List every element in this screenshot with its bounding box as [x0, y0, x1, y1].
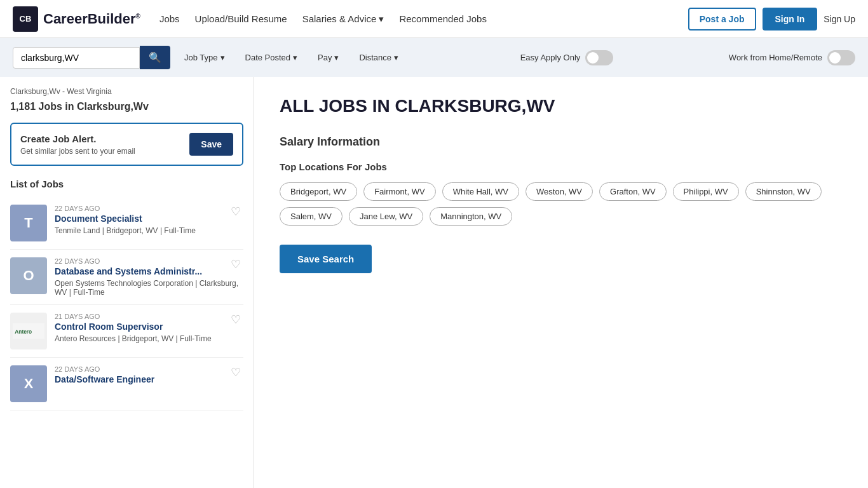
- search-button[interactable]: 🔍: [140, 46, 170, 69]
- list-item[interactable]: White Hall, WV: [442, 182, 519, 201]
- job-date: 21 DAYS AGO: [55, 313, 243, 320]
- job-meta: Antero Resources | Bridgeport, WV | Full…: [55, 334, 243, 343]
- logo-icon: CB: [13, 6, 38, 32]
- job-alert-text: Create Job Alert. Get similar jobs sent …: [20, 133, 135, 156]
- list-of-jobs-title: List of Jobs: [10, 179, 243, 189]
- easy-apply-toggle-group: Easy Apply Only: [520, 50, 614, 65]
- header-actions: Post a Job Sign In Sign Up: [688, 8, 855, 30]
- favorite-button[interactable]: ♡: [231, 205, 241, 219]
- main-content: ALL JOBS IN CLARKSBURG,WV Salary Informa…: [254, 77, 868, 488]
- list-item[interactable]: Bridgeport, WV: [280, 182, 357, 201]
- main-layout: Clarksburg,Wv - West Virginia 1,181 Jobs…: [0, 77, 868, 488]
- nav-upload-resume[interactable]: Upload/Build Resume: [195, 13, 287, 24]
- table-row[interactable]: X 22 DAYS AGO Data/Software Engineer ♡: [10, 358, 243, 410]
- job-info: 22 DAYS AGO Data/Software Engineer: [55, 365, 243, 387]
- table-row[interactable]: Antero 21 DAYS AGO Control Room Supervis…: [10, 305, 243, 358]
- nav: Jobs Upload/Build Resume Salaries & Advi…: [159, 13, 688, 25]
- nav-jobs[interactable]: Jobs: [159, 13, 180, 24]
- job-info: 22 DAYS AGO Database and Systems Adminis…: [55, 257, 243, 297]
- logo[interactable]: CB CareerBuilder®: [13, 6, 140, 32]
- job-logo: O: [10, 257, 47, 294]
- list-item[interactable]: Mannington, WV: [430, 207, 512, 226]
- job-title: Database and Systems Administr...: [55, 266, 243, 276]
- list-item[interactable]: Salem, WV: [280, 207, 342, 226]
- table-row[interactable]: O 22 DAYS AGO Database and Systems Admin…: [10, 250, 243, 305]
- work-from-home-toggle[interactable]: [827, 50, 855, 65]
- post-job-button[interactable]: Post a Job: [688, 8, 756, 30]
- save-search-button[interactable]: Save Search: [280, 245, 372, 273]
- list-item[interactable]: Philippi, WV: [673, 182, 739, 201]
- chevron-down-icon: ▾: [379, 13, 384, 25]
- favorite-button[interactable]: ♡: [231, 365, 241, 379]
- job-alert-subtitle: Get similar jobs sent to your email: [20, 147, 135, 156]
- job-alert-box: Create Job Alert. Get similar jobs sent …: [10, 123, 243, 166]
- save-alert-button[interactable]: Save: [189, 133, 233, 156]
- distance-filter[interactable]: Distance ▾: [353, 49, 405, 66]
- page-title: ALL JOBS IN CLARKSBURG,WV: [280, 96, 843, 116]
- search-input-wrap: 🔍: [13, 46, 170, 69]
- search-input[interactable]: [13, 47, 140, 69]
- job-date: 22 DAYS AGO: [55, 257, 243, 265]
- list-item[interactable]: Weston, WV: [526, 182, 593, 201]
- easy-apply-label: Easy Apply Only: [520, 53, 581, 62]
- work-from-home-label: Work from Home/Remote: [729, 53, 822, 62]
- job-logo: T: [10, 205, 47, 241]
- job-alert-title: Create Job Alert.: [20, 133, 135, 144]
- chevron-down-icon: ▾: [220, 53, 225, 62]
- chevron-down-icon: ▾: [394, 53, 398, 62]
- job-logo: Antero: [10, 313, 47, 349]
- list-item[interactable]: Shinnston, WV: [745, 182, 822, 201]
- favorite-button[interactable]: ♡: [231, 257, 241, 271]
- job-info: 21 DAYS AGO Control Room Supervisor Ante…: [55, 313, 243, 343]
- job-logo: X: [10, 365, 47, 402]
- location-tags: Bridgeport, WV Fairmont, WV White Hall, …: [280, 182, 843, 226]
- job-type-filter[interactable]: Job Type ▾: [178, 49, 231, 66]
- nav-recommended-jobs[interactable]: Recommended Jobs: [399, 13, 487, 24]
- easy-apply-toggle[interactable]: [585, 50, 613, 65]
- sign-in-button[interactable]: Sign In: [763, 8, 818, 30]
- nav-salaries-advice[interactable]: Salaries & Advice ▾: [302, 13, 384, 25]
- sidebar: Clarksburg,Wv - West Virginia 1,181 Jobs…: [0, 77, 254, 488]
- logo-text: CareerBuilder®: [43, 11, 140, 27]
- job-date: 22 DAYS AGO: [55, 365, 243, 373]
- svg-text:Antero: Antero: [15, 329, 32, 335]
- jobs-count: 1,181 Jobs in Clarksburg,Wv: [10, 101, 243, 112]
- favorite-button[interactable]: ♡: [231, 313, 241, 327]
- job-meta: Open Systems Technologies Corporation | …: [55, 279, 243, 297]
- job-date: 22 DAYS AGO: [55, 205, 243, 212]
- list-item[interactable]: Jane Lew, WV: [349, 207, 423, 226]
- breadcrumb: Clarksburg,Wv - West Virginia: [10, 87, 243, 96]
- list-item[interactable]: Grafton, WV: [599, 182, 667, 201]
- job-title: Control Room Supervisor: [55, 322, 243, 332]
- work-from-home-toggle-group: Work from Home/Remote: [729, 50, 855, 65]
- pay-filter[interactable]: Pay ▾: [311, 49, 345, 66]
- top-locations-title: Top Locations For Jobs: [280, 161, 843, 172]
- chevron-down-icon: ▾: [293, 53, 297, 62]
- sign-up-button[interactable]: Sign Up: [824, 14, 855, 24]
- salary-info-title: Salary Information: [280, 135, 843, 149]
- job-meta: Tenmile Land | Bridgeport, WV | Full-Tim…: [55, 226, 243, 235]
- job-info: 22 DAYS AGO Document Specialist Tenmile …: [55, 205, 243, 235]
- search-bar: 🔍 Job Type ▾ Date Posted ▾ Pay ▾ Distanc…: [0, 38, 868, 77]
- chevron-down-icon: ▾: [334, 53, 339, 62]
- job-title: Document Specialist: [55, 214, 243, 224]
- date-posted-filter[interactable]: Date Posted ▾: [239, 49, 304, 66]
- table-row[interactable]: T 22 DAYS AGO Document Specialist Tenmil…: [10, 197, 243, 250]
- job-title: Data/Software Engineer: [55, 374, 243, 384]
- header: CB CareerBuilder® Jobs Upload/Build Resu…: [0, 0, 868, 38]
- list-item[interactable]: Fairmont, WV: [363, 182, 435, 201]
